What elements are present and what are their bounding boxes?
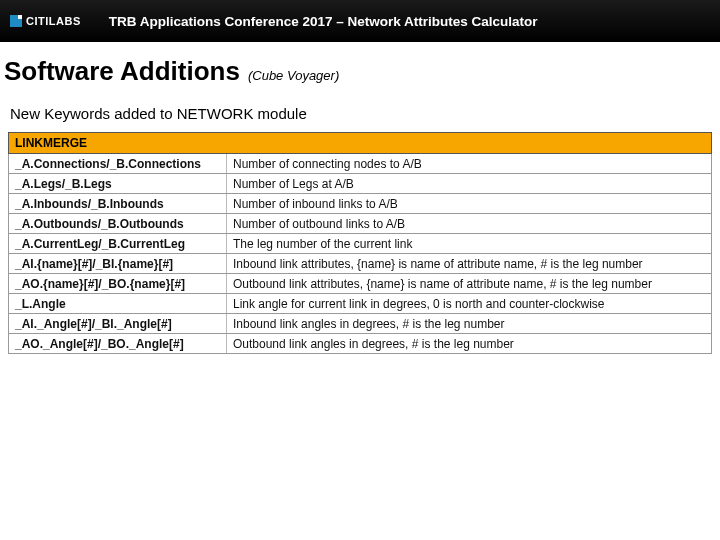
keyword-cell: _AI._Angle[#]/_BI._Angle[#] — [9, 314, 227, 334]
description-cell: Number of outbound links to A/B — [227, 214, 712, 234]
description-cell: The leg number of the current link — [227, 234, 712, 254]
slide-body: Software Additions (Cube Voyager) New Ke… — [0, 42, 720, 354]
keyword-cell: _A.Connections/_B.Connections — [9, 154, 227, 174]
keyword-cell: _L.Angle — [9, 294, 227, 314]
description-cell: Inbound link angles in degrees, # is the… — [227, 314, 712, 334]
description-cell: Inbound link attributes, {name} is name … — [227, 254, 712, 274]
description-cell: Number of inbound links to A/B — [227, 194, 712, 214]
heading: Software Additions (Cube Voyager) — [4, 56, 712, 87]
table-section-header-spacer — [227, 133, 712, 154]
lead-text: New Keywords added to NETWORK module — [10, 105, 712, 122]
description-cell: Number of Legs at A/B — [227, 174, 712, 194]
keyword-cell: _A.Legs/_B.Legs — [9, 174, 227, 194]
table-row: _A.CurrentLeg/_B.CurrentLegThe leg numbe… — [9, 234, 712, 254]
keyword-cell: _AO.{name}[#]/_BO.{name}[#] — [9, 274, 227, 294]
heading-sub: (Cube Voyager) — [248, 68, 339, 83]
table-row: _AO._Angle[#]/_BO._Angle[#]Outbound link… — [9, 334, 712, 354]
table-row: _AI.{name}[#]/_BI.{name}[#]Inbound link … — [9, 254, 712, 274]
table-section-header: LINKMERGE — [9, 133, 227, 154]
brand-name: CITILABS — [26, 15, 81, 27]
table-row: _A.Inbounds/_B.InboundsNumber of inbound… — [9, 194, 712, 214]
table-row: _A.Connections/_B.ConnectionsNumber of c… — [9, 154, 712, 174]
keyword-cell: _A.Inbounds/_B.Inbounds — [9, 194, 227, 214]
keywords-table: LINKMERGE _A.Connections/_B.ConnectionsN… — [8, 132, 712, 354]
keyword-cell: _A.Outbounds/_B.Outbounds — [9, 214, 227, 234]
top-bar: CITILABS TRB Applications Conference 201… — [0, 0, 720, 42]
brand-logo: CITILABS — [10, 15, 81, 27]
keyword-cell: _AI.{name}[#]/_BI.{name}[#] — [9, 254, 227, 274]
keyword-cell: _A.CurrentLeg/_B.CurrentLeg — [9, 234, 227, 254]
table-row: _A.Outbounds/_B.OutboundsNumber of outbo… — [9, 214, 712, 234]
description-cell: Number of connecting nodes to A/B — [227, 154, 712, 174]
table-row: _AO.{name}[#]/_BO.{name}[#]Outbound link… — [9, 274, 712, 294]
description-cell: Outbound link angles in degrees, # is th… — [227, 334, 712, 354]
table-row: _A.Legs/_B.LegsNumber of Legs at A/B — [9, 174, 712, 194]
brand-mark-icon — [10, 15, 22, 27]
page-title: TRB Applications Conference 2017 – Netwo… — [109, 14, 538, 29]
table-row: _AI._Angle[#]/_BI._Angle[#]Inbound link … — [9, 314, 712, 334]
heading-main: Software Additions — [4, 56, 240, 87]
keyword-cell: _AO._Angle[#]/_BO._Angle[#] — [9, 334, 227, 354]
table-row: _L.AngleLink angle for current link in d… — [9, 294, 712, 314]
description-cell: Link angle for current link in degrees, … — [227, 294, 712, 314]
description-cell: Outbound link attributes, {name} is name… — [227, 274, 712, 294]
